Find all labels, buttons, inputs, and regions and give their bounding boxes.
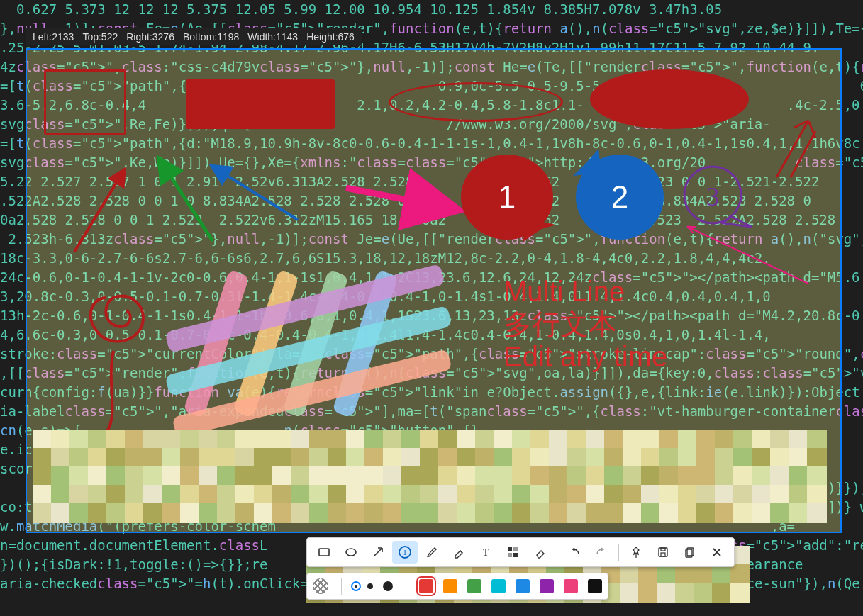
tool-eraser[interactable] — [527, 541, 552, 564]
info-left: Left:2133 — [33, 31, 74, 43]
svg-text:T: T — [483, 547, 489, 558]
svg-rect-13 — [661, 548, 665, 551]
tool-pin[interactable] — [623, 541, 649, 564]
tool-save[interactable] — [650, 541, 676, 564]
tool-highlighter[interactable] — [446, 541, 472, 564]
tool-redo[interactable] — [589, 541, 614, 564]
speech-bubble-2[interactable]: 2 — [576, 155, 664, 240]
annotation-filled-rectangle[interactable] — [186, 79, 335, 129]
palette-size-14[interactable] — [383, 581, 393, 591]
palette-color[interactable] — [540, 579, 554, 593]
info-height: Height:676 — [306, 31, 355, 43]
speech-bubble-1-number: 1 — [499, 179, 516, 215]
info-bottom: Bottom:1198 — [183, 31, 239, 43]
highlighter-hash[interactable] — [163, 269, 461, 418]
palette-color[interactable] — [419, 579, 433, 593]
annotation-palette — [306, 573, 608, 600]
annotation-toolbar: 1T — [306, 537, 735, 567]
palette-size-8[interactable] — [367, 583, 373, 589]
palette-pattern[interactable] — [313, 578, 328, 594]
info-width: Width:1143 — [247, 31, 298, 43]
tool-freehand[interactable] — [419, 541, 445, 564]
info-top: Top:522 — [82, 31, 118, 43]
tool-mosaic[interactable] — [500, 541, 525, 564]
tool-arrow[interactable] — [365, 541, 391, 564]
annotation-filled-ellipse[interactable] — [590, 69, 749, 129]
svg-point-3 — [346, 549, 356, 556]
info-right: Right:3276 — [126, 31, 174, 43]
selection-info-bar: Left:2133 Top:522 Right:3276 Bottom:1198… — [26, 28, 362, 45]
svg-rect-2 — [319, 549, 329, 556]
annotation-ellipse[interactable] — [389, 82, 563, 122]
palette-color[interactable] — [516, 579, 530, 593]
toolbar-separator — [557, 544, 557, 561]
tool-rectangle[interactable] — [311, 541, 337, 564]
annotation-text-multiline[interactable]: Multi Line 多行文本 Edit any time — [503, 275, 667, 373]
speech-bubble-2-number: 2 — [611, 179, 628, 215]
tool-undo[interactable] — [562, 541, 587, 564]
tool-number[interactable]: 1 — [392, 541, 418, 564]
palette-color[interactable] — [564, 579, 578, 593]
palette-color[interactable] — [467, 579, 481, 593]
svg-rect-14 — [661, 553, 665, 556]
svg-text:1: 1 — [403, 548, 407, 556]
toolbar-separator — [618, 544, 619, 561]
mosaic-area-1[interactable] — [33, 430, 820, 508]
palette-color[interactable] — [491, 579, 506, 593]
palette-color[interactable] — [588, 579, 602, 593]
tool-copy[interactable] — [677, 541, 703, 564]
svg-rect-8 — [513, 547, 518, 551]
annotation-rectangle[interactable] — [44, 69, 126, 135]
svg-rect-9 — [508, 553, 512, 557]
palette-separator — [406, 578, 406, 595]
tool-ellipse[interactable] — [338, 541, 364, 564]
palette-size-4[interactable] — [355, 585, 357, 588]
svg-rect-10 — [513, 553, 518, 557]
tool-text[interactable]: T — [473, 541, 499, 564]
palette-color[interactable] — [443, 579, 457, 593]
palette-separator — [341, 578, 342, 595]
svg-rect-7 — [508, 547, 512, 551]
speech-bubble-1[interactable]: 1 — [461, 155, 553, 240]
tool-close[interactable] — [704, 541, 730, 564]
svg-rect-12 — [659, 548, 667, 556]
